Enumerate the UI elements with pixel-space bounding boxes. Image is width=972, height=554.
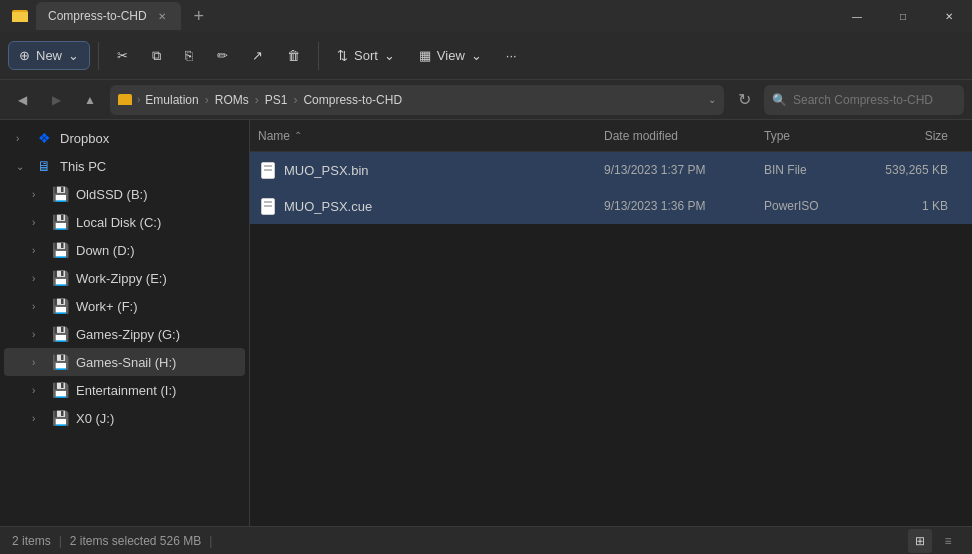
chevron-right-icon: ›: [32, 329, 44, 340]
delete-button[interactable]: 🗑: [277, 42, 310, 69]
sidebar-item-workzippy[interactable]: › 💾 Work-Zippy (E:): [4, 264, 245, 292]
drive-icon: 💾: [52, 242, 68, 258]
sidebar-item-gamessnail[interactable]: › 💾 Games-Snail (H:): [4, 348, 245, 376]
sidebar-item-entertainment[interactable]: › 💾 Entertainment (I:): [4, 376, 245, 404]
chevron-right-icon: ›: [32, 301, 44, 312]
tab-bar: Compress-to-CHD ✕ +: [36, 0, 213, 32]
search-box[interactable]: 🔍: [764, 85, 964, 115]
share-button[interactable]: ↗: [242, 42, 273, 69]
grid-view-button[interactable]: ⊞: [908, 529, 932, 553]
sidebar: › ❖ Dropbox ⌄ 🖥 This PC › 💾 OldSSD (B:) …: [0, 120, 250, 526]
title-bar: Compress-to-CHD ✕ + — □ ✕: [0, 0, 972, 32]
sidebar-item-oldssd[interactable]: › 💾 OldSSD (B:): [4, 180, 245, 208]
status-sep-1: |: [59, 534, 62, 548]
column-size-label: Size: [925, 129, 948, 143]
file-name: MUO_PSX.cue: [284, 199, 604, 214]
more-icon: ···: [506, 48, 517, 63]
file-date: 9/13/2023 1:37 PM: [604, 163, 764, 177]
drive-icon: 💾: [52, 354, 68, 370]
list-view-button[interactable]: ≡: [936, 529, 960, 553]
new-label: New: [36, 48, 62, 63]
sort-arrow-icon: ⌃: [294, 130, 302, 141]
breadcrumb[interactable]: › Emulation › ROMs › PS1 › Compress-to-C…: [110, 85, 724, 115]
breadcrumb-folder-icon: [118, 94, 132, 105]
new-button[interactable]: ⊕ New ⌄: [8, 41, 90, 70]
column-size[interactable]: Size: [864, 129, 964, 143]
rename-button[interactable]: ✏: [207, 42, 238, 69]
tab-close-button[interactable]: ✕: [155, 9, 169, 23]
sidebar-item-thispc[interactable]: ⌄ 🖥 This PC: [4, 152, 245, 180]
more-options-button[interactable]: ···: [496, 42, 527, 69]
column-name[interactable]: Name ⌃: [258, 129, 604, 143]
breadcrumb-current[interactable]: Compress-to-CHD: [303, 93, 402, 107]
refresh-button[interactable]: ↻: [730, 86, 758, 114]
breadcrumb-roms[interactable]: ROMs: [215, 93, 249, 107]
paste-button[interactable]: ⎘: [175, 42, 203, 69]
copy-icon: ⧉: [152, 48, 161, 64]
copy-button[interactable]: ⧉: [142, 42, 171, 70]
sort-button[interactable]: ⇅ Sort ⌄: [327, 42, 405, 69]
file-icon: [258, 160, 278, 180]
chevron-right-icon: ›: [32, 413, 44, 424]
chevron-down-icon: ›: [16, 133, 28, 144]
up-button[interactable]: ▲: [76, 86, 104, 114]
address-bar: ◀ ▶ ▲ › Emulation › ROMs › PS1 › Compres…: [0, 80, 972, 120]
column-type-label: Type: [764, 129, 790, 143]
item-count: 2 items: [12, 534, 51, 548]
sidebar-item-x0[interactable]: › 💾 X0 (J:): [4, 404, 245, 432]
sidebar-item-localdisk[interactable]: › 💾 Local Disk (C:): [4, 208, 245, 236]
new-tab-button[interactable]: +: [185, 2, 213, 30]
sidebar-item-dropbox[interactable]: › ❖ Dropbox: [4, 124, 245, 152]
sidebar-label-oldssd: OldSSD (B:): [76, 187, 148, 202]
cut-button[interactable]: ✂: [107, 42, 138, 69]
breadcrumb-emulation[interactable]: Emulation: [145, 93, 198, 107]
view-chevron-icon: ⌄: [471, 48, 482, 63]
table-row[interactable]: MUO_PSX.bin 9/13/2023 1:37 PM BIN File 5…: [250, 152, 972, 188]
separator-1: [98, 42, 99, 70]
new-plus-icon: ⊕: [19, 48, 30, 63]
table-row[interactable]: MUO_PSX.cue 9/13/2023 1:36 PM PowerISO 1…: [250, 188, 972, 224]
chevron-down-icon: ⌄: [16, 161, 28, 172]
window-folder-icon: [12, 8, 28, 24]
sidebar-item-down[interactable]: › 💾 Down (D:): [4, 236, 245, 264]
column-type[interactable]: Type: [764, 129, 864, 143]
breadcrumb-ps1[interactable]: PS1: [265, 93, 288, 107]
breadcrumb-dropdown-icon[interactable]: ⌄: [708, 94, 716, 105]
maximize-button[interactable]: □: [880, 0, 926, 32]
file-name: MUO_PSX.bin: [284, 163, 604, 178]
sort-arrows-icon: ⇅: [337, 48, 348, 63]
minimize-button[interactable]: —: [834, 0, 880, 32]
breadcrumb-sep-3: ›: [293, 93, 297, 107]
sidebar-label-down: Down (D:): [76, 243, 135, 258]
active-tab[interactable]: Compress-to-CHD ✕: [36, 2, 181, 30]
selected-info: 2 items selected 526 MB: [70, 534, 201, 548]
sidebar-label-localdisk: Local Disk (C:): [76, 215, 161, 230]
sidebar-item-workplus[interactable]: › 💾 Work+ (F:): [4, 292, 245, 320]
file-type: PowerISO: [764, 199, 864, 213]
view-toggles: ⊞ ≡: [908, 529, 960, 553]
search-input[interactable]: [793, 93, 956, 107]
column-date[interactable]: Date modified: [604, 129, 764, 143]
file-icon: [258, 196, 278, 216]
sidebar-item-gameszippy[interactable]: › 💾 Games-Zippy (G:): [4, 320, 245, 348]
close-button[interactable]: ✕: [926, 0, 972, 32]
forward-button[interactable]: ▶: [42, 86, 70, 114]
file-list: MUO_PSX.bin 9/13/2023 1:37 PM BIN File 5…: [250, 152, 972, 526]
window-controls: — □ ✕: [834, 0, 972, 32]
column-date-label: Date modified: [604, 129, 678, 143]
main-content: › ❖ Dropbox ⌄ 🖥 This PC › 💾 OldSSD (B:) …: [0, 120, 972, 526]
chevron-right-icon: ›: [32, 385, 44, 396]
paste-icon: ⎘: [185, 48, 193, 63]
view-button[interactable]: ▦ View ⌄: [409, 42, 492, 69]
separator-2: [318, 42, 319, 70]
sidebar-label-gamessnail: Games-Snail (H:): [76, 355, 176, 370]
delete-icon: 🗑: [287, 48, 300, 63]
sidebar-label-entertainment: Entertainment (I:): [76, 383, 176, 398]
drive-icon: 💾: [52, 270, 68, 286]
view-icon: ▦: [419, 48, 431, 63]
file-size: 539,265 KB: [864, 163, 964, 177]
dropbox-icon: ❖: [36, 130, 52, 146]
back-button[interactable]: ◀: [8, 86, 36, 114]
chevron-right-icon: ›: [32, 189, 44, 200]
sidebar-label-workplus: Work+ (F:): [76, 299, 138, 314]
